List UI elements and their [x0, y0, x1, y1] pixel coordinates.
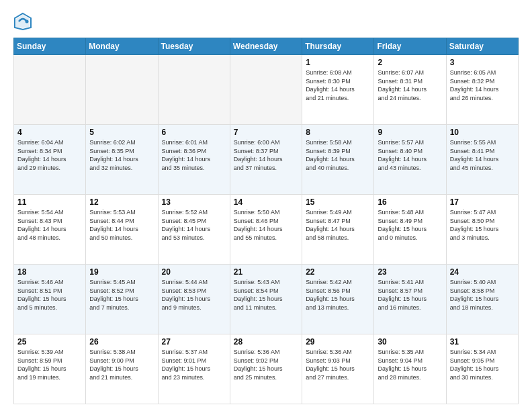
calendar-cell: 5Sunrise: 6:02 AM Sunset: 8:35 PM Daylig…	[86, 125, 158, 195]
calendar-cell: 29Sunrise: 5:36 AM Sunset: 9:03 PM Dayli…	[302, 334, 374, 404]
calendar-cell: 8Sunrise: 5:58 AM Sunset: 8:39 PM Daylig…	[302, 125, 374, 195]
week-row-1: 1Sunrise: 6:08 AM Sunset: 8:30 PM Daylig…	[14, 55, 519, 125]
calendar-cell: 21Sunrise: 5:43 AM Sunset: 8:54 PM Dayli…	[230, 265, 302, 334]
calendar-cell: 25Sunrise: 5:39 AM Sunset: 8:59 PM Dayli…	[14, 334, 86, 404]
calendar-cell: 4Sunrise: 6:04 AM Sunset: 8:34 PM Daylig…	[14, 125, 86, 195]
day-info: Sunrise: 5:55 AM Sunset: 8:41 PM Dayligh…	[450, 138, 515, 172]
day-info: Sunrise: 5:48 AM Sunset: 8:49 PM Dayligh…	[378, 208, 442, 242]
weekday-header-thursday: Thursday	[302, 38, 374, 55]
weekday-header-wednesday: Wednesday	[230, 38, 302, 55]
day-info: Sunrise: 5:50 AM Sunset: 8:46 PM Dayligh…	[234, 208, 298, 242]
day-info: Sunrise: 6:08 AM Sunset: 8:30 PM Dayligh…	[306, 68, 370, 102]
day-info: Sunrise: 5:38 AM Sunset: 9:00 PM Dayligh…	[89, 348, 154, 381]
page: SundayMondayTuesdayWednesdayThursdayFrid…	[0, 0, 532, 411]
weekday-header-sunday: Sunday	[14, 38, 86, 55]
day-number: 13	[162, 197, 226, 207]
calendar-cell: 26Sunrise: 5:38 AM Sunset: 9:00 PM Dayli…	[86, 334, 158, 404]
calendar-cell: 1Sunrise: 6:08 AM Sunset: 8:30 PM Daylig…	[302, 55, 374, 125]
calendar-cell: 17Sunrise: 5:47 AM Sunset: 8:50 PM Dayli…	[446, 195, 518, 265]
day-number: 2	[378, 58, 442, 67]
week-row-2: 4Sunrise: 6:04 AM Sunset: 8:34 PM Daylig…	[14, 125, 519, 195]
weekday-header-row: SundayMondayTuesdayWednesdayThursdayFrid…	[14, 38, 519, 55]
day-number: 29	[306, 337, 370, 347]
day-number: 24	[450, 267, 515, 277]
day-info: Sunrise: 6:05 AM Sunset: 8:32 PM Dayligh…	[450, 68, 515, 102]
day-number: 21	[234, 267, 298, 277]
day-number: 26	[89, 337, 154, 347]
day-info: Sunrise: 5:36 AM Sunset: 9:03 PM Dayligh…	[306, 348, 370, 381]
day-number: 9	[378, 128, 442, 137]
svg-point-3	[26, 20, 29, 24]
calendar-cell	[158, 55, 230, 125]
calendar-cell: 13Sunrise: 5:52 AM Sunset: 8:45 PM Dayli…	[158, 195, 230, 265]
logo-icon	[13, 12, 32, 31]
day-number: 28	[234, 337, 298, 347]
calendar-cell: 30Sunrise: 5:35 AM Sunset: 9:04 PM Dayli…	[374, 334, 446, 404]
week-row-4: 18Sunrise: 5:46 AM Sunset: 8:51 PM Dayli…	[14, 265, 519, 334]
day-info: Sunrise: 5:36 AM Sunset: 9:02 PM Dayligh…	[234, 348, 298, 381]
day-number: 8	[306, 128, 370, 137]
calendar-cell: 11Sunrise: 5:54 AM Sunset: 8:43 PM Dayli…	[14, 195, 86, 265]
day-info: Sunrise: 5:37 AM Sunset: 9:01 PM Dayligh…	[162, 348, 226, 381]
day-number: 18	[17, 267, 82, 277]
calendar-cell: 6Sunrise: 6:01 AM Sunset: 8:36 PM Daylig…	[158, 125, 230, 195]
day-number: 25	[17, 337, 82, 347]
day-number: 16	[378, 197, 442, 207]
day-info: Sunrise: 5:49 AM Sunset: 8:47 PM Dayligh…	[306, 208, 370, 242]
day-number: 27	[162, 337, 226, 347]
calendar-cell	[230, 55, 302, 125]
calendar-cell	[86, 55, 158, 125]
day-number: 10	[450, 128, 515, 137]
day-info: Sunrise: 5:58 AM Sunset: 8:39 PM Dayligh…	[306, 138, 370, 172]
day-info: Sunrise: 5:52 AM Sunset: 8:45 PM Dayligh…	[162, 208, 226, 242]
day-number: 22	[306, 267, 370, 277]
calendar-cell: 14Sunrise: 5:50 AM Sunset: 8:46 PM Dayli…	[230, 195, 302, 265]
calendar-table: SundayMondayTuesdayWednesdayThursdayFrid…	[13, 38, 519, 404]
calendar-cell: 22Sunrise: 5:42 AM Sunset: 8:56 PM Dayli…	[302, 265, 374, 334]
day-info: Sunrise: 5:54 AM Sunset: 8:43 PM Dayligh…	[17, 208, 82, 242]
calendar-cell: 12Sunrise: 5:53 AM Sunset: 8:44 PM Dayli…	[86, 195, 158, 265]
day-info: Sunrise: 5:45 AM Sunset: 8:52 PM Dayligh…	[89, 278, 154, 312]
day-info: Sunrise: 5:46 AM Sunset: 8:51 PM Dayligh…	[17, 278, 82, 312]
day-number: 23	[378, 267, 442, 277]
calendar-cell	[14, 55, 86, 125]
day-number: 5	[89, 128, 154, 137]
day-number: 14	[234, 197, 298, 207]
weekday-header-tuesday: Tuesday	[158, 38, 230, 55]
calendar-cell: 10Sunrise: 5:55 AM Sunset: 8:41 PM Dayli…	[446, 125, 518, 195]
day-info: Sunrise: 6:04 AM Sunset: 8:34 PM Dayligh…	[17, 138, 82, 172]
week-row-5: 25Sunrise: 5:39 AM Sunset: 8:59 PM Dayli…	[14, 334, 519, 404]
weekday-header-saturday: Saturday	[446, 38, 518, 55]
day-info: Sunrise: 6:01 AM Sunset: 8:36 PM Dayligh…	[162, 138, 226, 172]
day-info: Sunrise: 5:41 AM Sunset: 8:57 PM Dayligh…	[378, 278, 442, 312]
calendar-cell: 23Sunrise: 5:41 AM Sunset: 8:57 PM Dayli…	[374, 265, 446, 334]
weekday-header-monday: Monday	[86, 38, 158, 55]
day-info: Sunrise: 5:40 AM Sunset: 8:58 PM Dayligh…	[450, 278, 515, 312]
day-info: Sunrise: 5:39 AM Sunset: 8:59 PM Dayligh…	[17, 348, 82, 381]
day-info: Sunrise: 5:42 AM Sunset: 8:56 PM Dayligh…	[306, 278, 370, 312]
day-number: 31	[450, 337, 515, 347]
day-info: Sunrise: 5:35 AM Sunset: 9:04 PM Dayligh…	[378, 348, 442, 381]
calendar-cell: 31Sunrise: 5:34 AM Sunset: 9:05 PM Dayli…	[446, 334, 518, 404]
day-number: 17	[450, 197, 515, 207]
day-info: Sunrise: 5:44 AM Sunset: 8:53 PM Dayligh…	[162, 278, 226, 312]
day-info: Sunrise: 5:47 AM Sunset: 8:50 PM Dayligh…	[450, 208, 515, 242]
day-number: 6	[162, 128, 226, 137]
day-info: Sunrise: 6:07 AM Sunset: 8:31 PM Dayligh…	[378, 68, 442, 102]
day-info: Sunrise: 5:53 AM Sunset: 8:44 PM Dayligh…	[89, 208, 154, 242]
calendar-cell: 15Sunrise: 5:49 AM Sunset: 8:47 PM Dayli…	[302, 195, 374, 265]
day-number: 30	[378, 337, 442, 347]
day-info: Sunrise: 5:34 AM Sunset: 9:05 PM Dayligh…	[450, 348, 515, 381]
day-number: 1	[306, 58, 370, 67]
day-info: Sunrise: 5:43 AM Sunset: 8:54 PM Dayligh…	[234, 278, 298, 312]
calendar-cell: 9Sunrise: 5:57 AM Sunset: 8:40 PM Daylig…	[374, 125, 446, 195]
day-number: 4	[17, 128, 82, 137]
day-number: 20	[162, 267, 226, 277]
calendar-cell: 27Sunrise: 5:37 AM Sunset: 9:01 PM Dayli…	[158, 334, 230, 404]
day-number: 3	[450, 58, 515, 67]
day-number: 11	[17, 197, 82, 207]
calendar-cell: 18Sunrise: 5:46 AM Sunset: 8:51 PM Dayli…	[14, 265, 86, 334]
calendar-cell: 20Sunrise: 5:44 AM Sunset: 8:53 PM Dayli…	[158, 265, 230, 334]
weekday-header-friday: Friday	[374, 38, 446, 55]
calendar-cell: 28Sunrise: 5:36 AM Sunset: 9:02 PM Dayli…	[230, 334, 302, 404]
